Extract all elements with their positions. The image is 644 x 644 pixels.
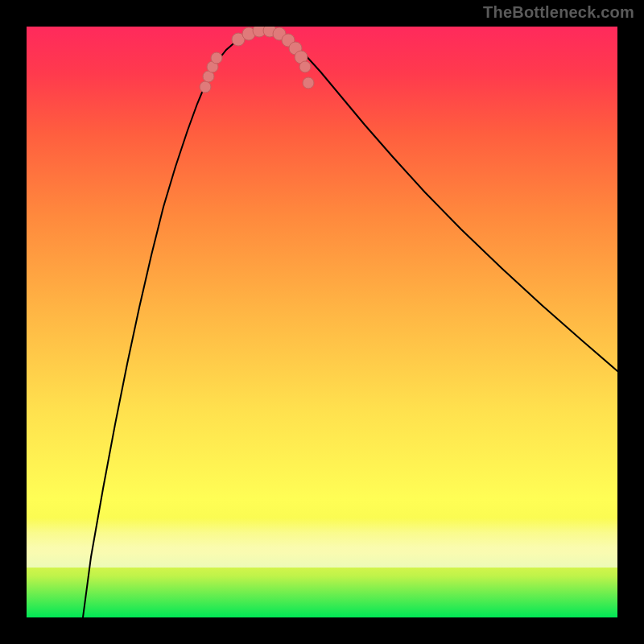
- chart-frame: TheBottleneck.com: [0, 0, 644, 644]
- data-marker: [211, 52, 222, 64]
- plot-area: [27, 27, 617, 617]
- curve-left: [83, 39, 238, 617]
- curve-layer: [27, 27, 617, 617]
- data-marker: [299, 61, 311, 72]
- data-marker: [303, 77, 314, 89]
- data-marker: [200, 81, 211, 93]
- curve-right: [284, 36, 617, 371]
- marker-group: [200, 27, 314, 93]
- watermark-text: TheBottleneck.com: [483, 3, 634, 22]
